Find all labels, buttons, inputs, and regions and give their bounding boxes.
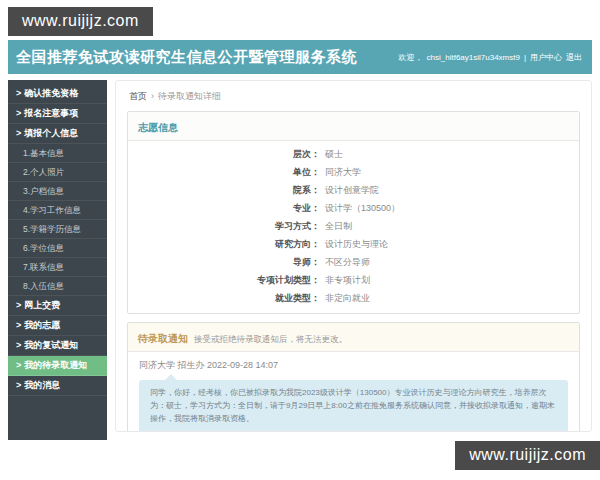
sidebar-item-label: 我的复试通知 xyxy=(24,340,78,350)
field-label: 专项计划类型： xyxy=(128,271,320,289)
volunteer-panel-body: 层次：硕士 单位：同济大学 院系：设计创意学院 专业：设计学（130500） 学… xyxy=(128,141,579,313)
field-value: 设计创意学院 xyxy=(325,181,379,199)
field-value: 同济大学 xyxy=(325,163,361,181)
notice-panel-subtitle: 接受或拒绝待录取通知后，将无法更改。 xyxy=(194,334,347,344)
sidebar-item-label: 3.户档信息 xyxy=(23,186,64,196)
field-label: 导师： xyxy=(128,253,320,271)
field-row-supervisor: 导师：不区分导师 xyxy=(128,253,579,271)
breadcrumb-separator: › xyxy=(151,91,154,101)
username: chsi_hitf6ay1sil7u34xmst9 xyxy=(427,53,520,62)
admission-notice-panel: 待录取通知接受或拒绝待录取通知后，将无法更改。 同济大学 招生办 2022-09… xyxy=(127,322,580,432)
notice-message-text: 同学，你好，经考核，你已被拟录取为我院2023级设计学（130500）专业设计历… xyxy=(150,387,557,425)
sidebar-item-label: 2.个人照片 xyxy=(23,167,64,177)
sidebar-item-label: 5.学籍学历信息 xyxy=(23,224,81,234)
sidebar-item-personal-info[interactable]: 填报个人信息 xyxy=(8,124,107,144)
notice-panel-header: 待录取通知接受或拒绝待录取通知后，将无法更改。 xyxy=(128,323,579,352)
sidebar-item-label: 报名注意事项 xyxy=(24,108,78,118)
chevron-icon xyxy=(16,379,21,392)
chevron-icon xyxy=(16,107,21,120)
sidebar-item-confirm-eligibility[interactable]: 确认推免资格 xyxy=(8,84,107,104)
field-row-major: 专业：设计学（130500） xyxy=(128,199,579,217)
field-value: 设计学（130500） xyxy=(325,199,400,217)
notice-sender: 同济大学 招生办 2022-09-28 14:07 xyxy=(139,359,568,372)
field-row-university: 单位：同济大学 xyxy=(128,163,579,181)
field-row-employment-type: 就业类型：非定向就业 xyxy=(128,289,579,307)
sidebar-item-online-payment[interactable]: 网上交费 xyxy=(8,296,107,316)
watermark-bottom: www.ruijijz.com xyxy=(455,441,600,470)
app-title: 全国推荐免试攻读研究生信息公开暨管理服务系统 xyxy=(16,48,357,67)
notice-message-bubble: 同学，你好，经考核，你已被拟录取为我院2023级设计学（130500）专业设计历… xyxy=(139,380,568,432)
sidebar-item-study-work-info[interactable]: 4.学习工作信息 xyxy=(8,201,107,220)
chevron-icon xyxy=(16,319,21,332)
field-value: 硕士 xyxy=(325,145,343,163)
field-row-research-direction: 研究方向：设计历史与理论 xyxy=(128,235,579,253)
sidebar-item-registration-notes[interactable]: 报名注意事项 xyxy=(8,104,107,124)
chevron-icon xyxy=(16,299,21,312)
volunteer-panel-header: 志愿信息 xyxy=(128,112,579,141)
breadcrumb-current: 待录取通知详细 xyxy=(158,91,221,101)
field-value: 全日制 xyxy=(325,217,352,235)
field-label: 学习方式： xyxy=(128,217,320,235)
sidebar-item-contact-info[interactable]: 7.联系信息 xyxy=(8,258,107,277)
sidebar-item-label: 1.基本信息 xyxy=(23,148,64,158)
breadcrumb: 首页›待录取通知详细 xyxy=(129,90,580,103)
sidebar: 确认推免资格 报名注意事项 填报个人信息 1.基本信息 2.个人照片 3.户档信… xyxy=(8,80,107,440)
sidebar-item-label: 填报个人信息 xyxy=(24,128,78,138)
field-label: 就业类型： xyxy=(128,289,320,307)
sidebar-item-label: 网上交费 xyxy=(24,300,60,310)
breadcrumb-home-link[interactable]: 首页 xyxy=(129,91,147,101)
field-value: 不区分导师 xyxy=(325,253,370,271)
chevron-icon xyxy=(16,339,21,352)
sidebar-item-photo[interactable]: 2.个人照片 xyxy=(8,163,107,182)
sidebar-item-label: 8.入伍信息 xyxy=(23,281,64,291)
sidebar-item-my-interview-notices[interactable]: 我的复试通知 xyxy=(8,336,107,356)
sidebar-item-label: 我的志愿 xyxy=(24,320,60,330)
notice-panel-body: 同济大学 招生办 2022-09-28 14:07 同学，你好，经考核，你已被拟… xyxy=(128,352,579,432)
volunteer-info-panel: 志愿信息 层次：硕士 单位：同济大学 院系：设计创意学院 专业：设计学（1305… xyxy=(127,111,580,314)
field-label: 单位： xyxy=(128,163,320,181)
sidebar-item-my-messages[interactable]: 我的消息 xyxy=(8,376,107,396)
field-label: 院系： xyxy=(128,181,320,199)
sidebar-item-label: 7.联系信息 xyxy=(23,262,64,272)
sidebar-item-my-admission-notices[interactable]: 我的待录取通知 xyxy=(8,356,107,376)
sidebar-item-label: 4.学习工作信息 xyxy=(23,205,81,215)
field-label: 专业： xyxy=(128,199,320,217)
chevron-icon xyxy=(16,87,21,100)
header-divider: | xyxy=(524,53,526,62)
logout-link[interactable]: 退出 xyxy=(566,52,582,63)
sidebar-item-degree-info[interactable]: 6.学位信息 xyxy=(8,239,107,258)
watermark-top: www.ruijijz.com xyxy=(8,7,153,36)
notice-panel-title: 待录取通知 xyxy=(138,333,188,344)
field-row-special-plan: 专项计划类型：非专项计划 xyxy=(128,271,579,289)
field-label: 研究方向： xyxy=(128,235,320,253)
chevron-icon xyxy=(16,359,21,372)
sidebar-item-label: 我的待录取通知 xyxy=(24,360,87,370)
sidebar-item-military-info[interactable]: 8.入伍信息 xyxy=(8,277,107,296)
main-content: 首页›待录取通知详细 志愿信息 层次：硕士 单位：同济大学 院系：设计创意学院 … xyxy=(115,80,592,432)
field-value: 设计历史与理论 xyxy=(325,235,388,253)
field-value: 非专项计划 xyxy=(325,271,370,289)
welcome-label: 欢迎， xyxy=(399,52,423,63)
sidebar-item-basic-info[interactable]: 1.基本信息 xyxy=(8,144,107,163)
sidebar-item-label: 确认推免资格 xyxy=(24,88,78,98)
user-center-link[interactable]: 用户中心 xyxy=(530,52,562,63)
volunteer-panel-title: 志愿信息 xyxy=(138,122,178,133)
chevron-icon xyxy=(16,127,21,140)
field-label: 层次： xyxy=(128,145,320,163)
sidebar-item-student-status-info[interactable]: 5.学籍学历信息 xyxy=(8,220,107,239)
sidebar-item-my-applications[interactable]: 我的志愿 xyxy=(8,316,107,336)
field-row-department: 院系：设计创意学院 xyxy=(128,181,579,199)
sidebar-item-label: 我的消息 xyxy=(24,380,60,390)
sidebar-item-household-info[interactable]: 3.户档信息 xyxy=(8,182,107,201)
app-header: 全国推荐免试攻读研究生信息公开暨管理服务系统 欢迎，chsi_hitf6ay1s… xyxy=(8,40,592,74)
sidebar-item-label: 6.学位信息 xyxy=(23,243,64,253)
field-row-level: 层次：硕士 xyxy=(128,145,579,163)
user-area: 欢迎，chsi_hitf6ay1sil7u34xmst9 | 用户中心 退出 xyxy=(399,52,582,63)
field-row-study-mode: 学习方式：全日制 xyxy=(128,217,579,235)
field-value: 非定向就业 xyxy=(325,289,370,307)
